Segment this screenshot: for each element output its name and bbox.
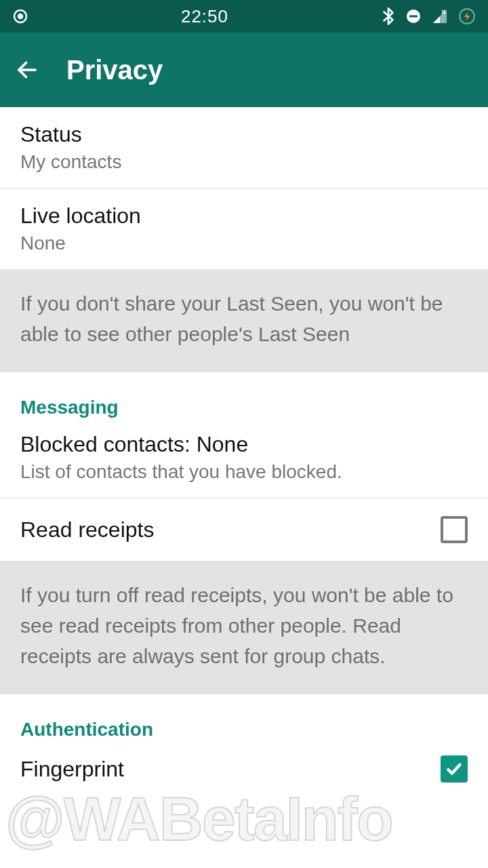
setting-fingerprint[interactable]: Fingerprint bbox=[0, 746, 488, 800]
read-receipts-note: If you turn off read receipts, you won't… bbox=[0, 561, 488, 694]
target-icon bbox=[12, 8, 28, 24]
fingerprint-checkbox[interactable] bbox=[441, 755, 468, 783]
setting-status-title: Status bbox=[20, 122, 468, 147]
bluetooth-icon bbox=[381, 7, 396, 25]
last-seen-note: If you don't share your Last Seen, you w… bbox=[0, 269, 488, 372]
setting-blocked-contacts[interactable]: Blocked contacts: None List of contacts … bbox=[0, 424, 488, 498]
svg-rect-3 bbox=[409, 16, 418, 18]
setting-status-value: My contacts bbox=[20, 151, 468, 173]
app-bar: Privacy bbox=[0, 33, 488, 107]
read-receipts-checkbox[interactable] bbox=[441, 516, 468, 543]
setting-live-location-title: Live location bbox=[20, 203, 468, 229]
clock-text: 22:50 bbox=[181, 6, 228, 27]
setting-fingerprint-title: Fingerprint bbox=[20, 757, 124, 782]
signal-icon: × bbox=[431, 8, 449, 24]
setting-blocked-title: Blocked contacts: None bbox=[20, 432, 468, 457]
dnd-icon bbox=[405, 8, 422, 24]
back-button[interactable] bbox=[14, 56, 41, 83]
svg-point-1 bbox=[18, 14, 22, 18]
page-title: Privacy bbox=[66, 55, 163, 85]
setting-status[interactable]: Status My contacts bbox=[0, 107, 488, 188]
section-messaging: Messaging bbox=[0, 372, 488, 424]
status-bar: 22:50 × bbox=[0, 0, 488, 33]
svg-text:×: × bbox=[441, 8, 446, 17]
setting-live-location-value: None bbox=[20, 233, 468, 254]
setting-read-receipts[interactable]: Read receipts bbox=[0, 498, 488, 561]
battery-charging-icon bbox=[458, 7, 476, 25]
setting-read-receipts-title: Read receipts bbox=[20, 517, 154, 542]
setting-live-location[interactable]: Live location None bbox=[0, 189, 488, 269]
section-authentication: Authentication bbox=[0, 694, 488, 746]
setting-blocked-subtitle: List of contacts that you have blocked. bbox=[20, 461, 468, 483]
